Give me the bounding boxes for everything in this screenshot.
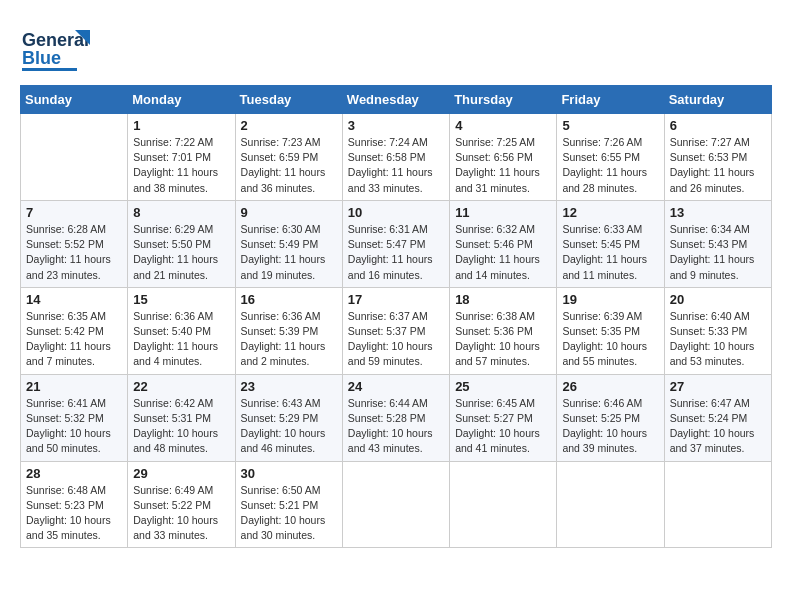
weekday-header-cell: Wednesday (342, 86, 449, 114)
day-number: 10 (348, 205, 444, 220)
calendar-cell: 14Sunrise: 6:35 AM Sunset: 5:42 PM Dayli… (21, 287, 128, 374)
calendar-cell: 25Sunrise: 6:45 AM Sunset: 5:27 PM Dayli… (450, 374, 557, 461)
day-number: 13 (670, 205, 766, 220)
day-info: Sunrise: 6:43 AM Sunset: 5:29 PM Dayligh… (241, 396, 337, 457)
day-info: Sunrise: 6:40 AM Sunset: 5:33 PM Dayligh… (670, 309, 766, 370)
day-number: 8 (133, 205, 229, 220)
calendar-cell: 10Sunrise: 6:31 AM Sunset: 5:47 PM Dayli… (342, 200, 449, 287)
day-info: Sunrise: 6:38 AM Sunset: 5:36 PM Dayligh… (455, 309, 551, 370)
calendar-week-row: 28Sunrise: 6:48 AM Sunset: 5:23 PM Dayli… (21, 461, 772, 548)
svg-text:Blue: Blue (22, 48, 61, 68)
svg-rect-3 (22, 68, 77, 71)
day-info: Sunrise: 7:23 AM Sunset: 6:59 PM Dayligh… (241, 135, 337, 196)
weekday-header-cell: Thursday (450, 86, 557, 114)
day-number: 28 (26, 466, 122, 481)
day-info: Sunrise: 7:26 AM Sunset: 6:55 PM Dayligh… (562, 135, 658, 196)
day-info: Sunrise: 6:39 AM Sunset: 5:35 PM Dayligh… (562, 309, 658, 370)
calendar-cell: 3Sunrise: 7:24 AM Sunset: 6:58 PM Daylig… (342, 114, 449, 201)
calendar-table: SundayMondayTuesdayWednesdayThursdayFrid… (20, 85, 772, 548)
day-info: Sunrise: 7:24 AM Sunset: 6:58 PM Dayligh… (348, 135, 444, 196)
weekday-header-cell: Friday (557, 86, 664, 114)
day-info: Sunrise: 6:35 AM Sunset: 5:42 PM Dayligh… (26, 309, 122, 370)
calendar-cell: 16Sunrise: 6:36 AM Sunset: 5:39 PM Dayli… (235, 287, 342, 374)
calendar-cell: 20Sunrise: 6:40 AM Sunset: 5:33 PM Dayli… (664, 287, 771, 374)
day-number: 23 (241, 379, 337, 394)
day-info: Sunrise: 6:30 AM Sunset: 5:49 PM Dayligh… (241, 222, 337, 283)
day-number: 2 (241, 118, 337, 133)
day-info: Sunrise: 6:33 AM Sunset: 5:45 PM Dayligh… (562, 222, 658, 283)
day-info: Sunrise: 6:34 AM Sunset: 5:43 PM Dayligh… (670, 222, 766, 283)
day-info: Sunrise: 6:28 AM Sunset: 5:52 PM Dayligh… (26, 222, 122, 283)
calendar-cell: 8Sunrise: 6:29 AM Sunset: 5:50 PM Daylig… (128, 200, 235, 287)
weekday-header-cell: Tuesday (235, 86, 342, 114)
calendar-cell: 17Sunrise: 6:37 AM Sunset: 5:37 PM Dayli… (342, 287, 449, 374)
day-info: Sunrise: 7:25 AM Sunset: 6:56 PM Dayligh… (455, 135, 551, 196)
calendar-cell: 18Sunrise: 6:38 AM Sunset: 5:36 PM Dayli… (450, 287, 557, 374)
calendar-cell: 7Sunrise: 6:28 AM Sunset: 5:52 PM Daylig… (21, 200, 128, 287)
calendar-cell: 1Sunrise: 7:22 AM Sunset: 7:01 PM Daylig… (128, 114, 235, 201)
day-info: Sunrise: 6:41 AM Sunset: 5:32 PM Dayligh… (26, 396, 122, 457)
weekday-header-cell: Saturday (664, 86, 771, 114)
day-number: 17 (348, 292, 444, 307)
calendar-cell: 2Sunrise: 7:23 AM Sunset: 6:59 PM Daylig… (235, 114, 342, 201)
day-info: Sunrise: 6:49 AM Sunset: 5:22 PM Dayligh… (133, 483, 229, 544)
day-info: Sunrise: 6:36 AM Sunset: 5:39 PM Dayligh… (241, 309, 337, 370)
weekday-header-cell: Monday (128, 86, 235, 114)
calendar-week-row: 21Sunrise: 6:41 AM Sunset: 5:32 PM Dayli… (21, 374, 772, 461)
day-number: 24 (348, 379, 444, 394)
day-number: 4 (455, 118, 551, 133)
day-info: Sunrise: 6:46 AM Sunset: 5:25 PM Dayligh… (562, 396, 658, 457)
day-number: 18 (455, 292, 551, 307)
day-info: Sunrise: 6:47 AM Sunset: 5:24 PM Dayligh… (670, 396, 766, 457)
calendar-cell: 5Sunrise: 7:26 AM Sunset: 6:55 PM Daylig… (557, 114, 664, 201)
calendar-cell (450, 461, 557, 548)
calendar-body: 1Sunrise: 7:22 AM Sunset: 7:01 PM Daylig… (21, 114, 772, 548)
day-number: 9 (241, 205, 337, 220)
calendar-cell (557, 461, 664, 548)
day-number: 7 (26, 205, 122, 220)
day-number: 1 (133, 118, 229, 133)
day-number: 15 (133, 292, 229, 307)
day-number: 14 (26, 292, 122, 307)
calendar-week-row: 7Sunrise: 6:28 AM Sunset: 5:52 PM Daylig… (21, 200, 772, 287)
day-info: Sunrise: 6:37 AM Sunset: 5:37 PM Dayligh… (348, 309, 444, 370)
calendar-cell: 29Sunrise: 6:49 AM Sunset: 5:22 PM Dayli… (128, 461, 235, 548)
day-number: 26 (562, 379, 658, 394)
calendar-cell: 30Sunrise: 6:50 AM Sunset: 5:21 PM Dayli… (235, 461, 342, 548)
day-number: 11 (455, 205, 551, 220)
day-info: Sunrise: 6:48 AM Sunset: 5:23 PM Dayligh… (26, 483, 122, 544)
day-number: 19 (562, 292, 658, 307)
calendar-cell: 13Sunrise: 6:34 AM Sunset: 5:43 PM Dayli… (664, 200, 771, 287)
calendar-cell: 24Sunrise: 6:44 AM Sunset: 5:28 PM Dayli… (342, 374, 449, 461)
day-info: Sunrise: 7:22 AM Sunset: 7:01 PM Dayligh… (133, 135, 229, 196)
day-number: 30 (241, 466, 337, 481)
logo: General Blue (20, 20, 92, 75)
calendar-cell: 12Sunrise: 6:33 AM Sunset: 5:45 PM Dayli… (557, 200, 664, 287)
weekday-header-cell: Sunday (21, 86, 128, 114)
day-number: 5 (562, 118, 658, 133)
day-info: Sunrise: 6:31 AM Sunset: 5:47 PM Dayligh… (348, 222, 444, 283)
calendar-cell: 26Sunrise: 6:46 AM Sunset: 5:25 PM Dayli… (557, 374, 664, 461)
calendar-cell (21, 114, 128, 201)
day-number: 27 (670, 379, 766, 394)
page-header: General Blue (20, 20, 772, 75)
calendar-cell: 23Sunrise: 6:43 AM Sunset: 5:29 PM Dayli… (235, 374, 342, 461)
day-info: Sunrise: 6:29 AM Sunset: 5:50 PM Dayligh… (133, 222, 229, 283)
day-info: Sunrise: 6:50 AM Sunset: 5:21 PM Dayligh… (241, 483, 337, 544)
weekday-header-row: SundayMondayTuesdayWednesdayThursdayFrid… (21, 86, 772, 114)
calendar-cell: 9Sunrise: 6:30 AM Sunset: 5:49 PM Daylig… (235, 200, 342, 287)
day-info: Sunrise: 6:44 AM Sunset: 5:28 PM Dayligh… (348, 396, 444, 457)
day-number: 21 (26, 379, 122, 394)
day-number: 25 (455, 379, 551, 394)
day-info: Sunrise: 7:27 AM Sunset: 6:53 PM Dayligh… (670, 135, 766, 196)
calendar-cell: 11Sunrise: 6:32 AM Sunset: 5:46 PM Dayli… (450, 200, 557, 287)
calendar-cell: 21Sunrise: 6:41 AM Sunset: 5:32 PM Dayli… (21, 374, 128, 461)
calendar-week-row: 1Sunrise: 7:22 AM Sunset: 7:01 PM Daylig… (21, 114, 772, 201)
day-number: 29 (133, 466, 229, 481)
day-number: 16 (241, 292, 337, 307)
calendar-cell: 15Sunrise: 6:36 AM Sunset: 5:40 PM Dayli… (128, 287, 235, 374)
calendar-cell (342, 461, 449, 548)
day-number: 3 (348, 118, 444, 133)
day-number: 6 (670, 118, 766, 133)
day-number: 22 (133, 379, 229, 394)
